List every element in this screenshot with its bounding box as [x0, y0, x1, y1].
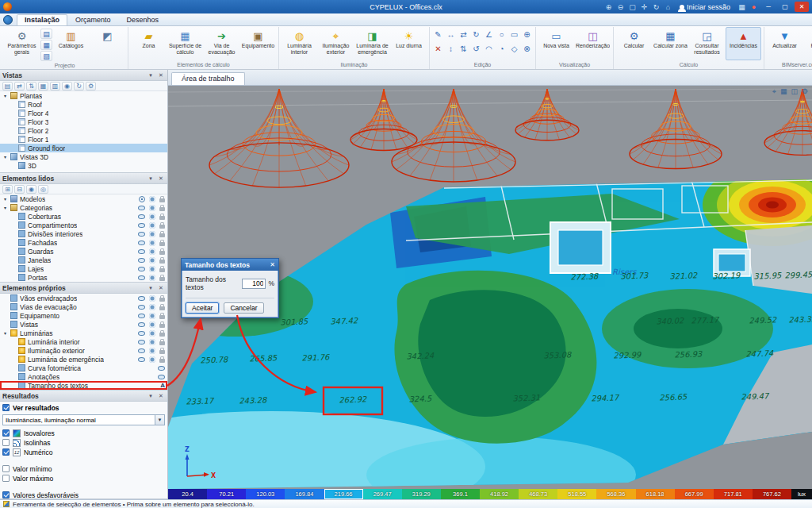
- zoom-out-icon[interactable]: ⊖: [615, 3, 626, 11]
- eye-icon[interactable]: [138, 275, 145, 280]
- signin-button[interactable]: Iniciar sessão: [676, 3, 734, 11]
- vista-item-vistas-3d[interactable]: ▾Vistas 3D: [0, 152, 167, 161]
- vista-item-floor-3[interactable]: Floor 3: [0, 117, 167, 126]
- plan-small-icon[interactable]: ▤: [40, 29, 52, 39]
- vista-item-roof[interactable]: Roof: [0, 100, 167, 109]
- proprio-item-equipamento[interactable]: Equipamento: [0, 311, 167, 320]
- gear-icon[interactable]: [149, 348, 155, 354]
- app-menu-button[interactable]: [3, 15, 13, 25]
- panel-collapse-icon[interactable]: ▾: [147, 175, 155, 182]
- ribbon-button-calcular[interactable]: ⚙Calcular: [616, 27, 652, 60]
- tile-icon[interactable]: ▦: [38, 82, 48, 90]
- eye-icon[interactable]: [138, 305, 145, 310]
- lido-item-compartimentos[interactable]: Compartimentos: [0, 221, 167, 229]
- ribbon-button-luz-diurna[interactable]: ☀Luz diurna: [391, 27, 427, 60]
- lock-icon[interactable]: [159, 315, 165, 319]
- eye-icon[interactable]: [138, 314, 145, 318]
- sync-icon[interactable]: ⇅: [26, 82, 36, 90]
- lock-icon[interactable]: [159, 260, 165, 264]
- close-button[interactable]: ✕: [795, 2, 809, 12]
- lock-icon[interactable]: [159, 359, 165, 363]
- gear-icon[interactable]: [149, 339, 155, 345]
- proprio-item-anotac-o-es[interactable]: Anotações: [0, 372, 167, 381]
- tab-orc-amento[interactable]: Orçamento: [67, 14, 119, 25]
- gear-icon[interactable]: [149, 222, 155, 229]
- gear-icon[interactable]: [149, 321, 155, 328]
- gear-icon[interactable]: [149, 313, 155, 319]
- settings-icon[interactable]: ⚙: [86, 82, 96, 90]
- expander-icon[interactable]: ▾: [2, 154, 8, 160]
- result-option-isolinhas[interactable]: Isolinhas: [2, 438, 165, 447]
- settings-icon[interactable]: ⚙: [802, 87, 808, 96]
- table-small-icon[interactable]: ▦: [40, 40, 52, 50]
- pan-icon[interactable]: ✛: [639, 3, 649, 11]
- lido-item-guardas[interactable]: Guardas: [0, 247, 167, 256]
- result-option-valores-desfavora-veis[interactable]: Valores desfavoráveis: [2, 491, 165, 499]
- home-icon[interactable]: ⌂: [663, 3, 673, 11]
- isolate-icon[interactable]: ◎: [38, 185, 48, 194]
- alerts-icon[interactable]: ●: [749, 3, 759, 11]
- grid-icon[interactable]: ▦: [780, 87, 787, 96]
- collapse-all-icon[interactable]: ⊟: [14, 185, 25, 194]
- proprio-item-curva-fotome-trica[interactable]: Curva fotométrica: [0, 364, 167, 372]
- ribbon-button-lumina-ria-de-emerge-ncia[interactable]: ◨Luminária de emergência: [354, 27, 390, 60]
- ribbon-button-item[interactable]: ◩: [90, 27, 125, 61]
- vista-item-ground-floor[interactable]: Ground floor: [0, 144, 167, 152]
- lock-icon[interactable]: [159, 233, 165, 237]
- ribbon-button-via-de-evacuac-a-o[interactable]: ➔Via de evacuação: [204, 27, 239, 60]
- result-option-isovalores[interactable]: Isovalores: [2, 429, 165, 437]
- expander-icon[interactable]: ▾: [2, 330, 8, 336]
- checkbox-valor-ma-ximo[interactable]: [2, 475, 10, 482]
- gear-icon[interactable]: [149, 240, 155, 246]
- ver-resultados-checkbox[interactable]: [2, 404, 10, 411]
- checkbox-valor-mi-nimo[interactable]: [2, 465, 10, 472]
- ribbon-button-incide-ncias[interactable]: ▲Incidências: [726, 27, 761, 60]
- eye-icon[interactable]: [138, 296, 145, 301]
- eye-icon[interactable]: [158, 366, 165, 371]
- lido-item-categorias[interactable]: ▾Categorias: [0, 203, 167, 212]
- lido-item-lajes[interactable]: Lajes: [0, 264, 167, 273]
- lock-icon[interactable]: [159, 242, 165, 246]
- insert-icon[interactable]: ⊕: [521, 29, 533, 40]
- lock-icon[interactable]: [159, 251, 165, 255]
- expand-all-icon[interactable]: ⊞: [2, 185, 13, 194]
- expander-icon[interactable]: ▾: [2, 93, 8, 98]
- lock-icon[interactable]: [159, 298, 165, 302]
- lock-icon[interactable]: [159, 198, 165, 202]
- panel-collapse-icon[interactable]: ▾: [147, 285, 155, 291]
- result-option-valor-mi-nimo[interactable]: Valor mínimo: [2, 464, 165, 473]
- close-icon[interactable]: ⊗: [521, 44, 533, 54]
- proprio-item-lumina-ria-interior[interactable]: Luminária interior: [0, 337, 167, 346]
- gear-icon[interactable]: [149, 205, 155, 211]
- gear-icon[interactable]: [149, 330, 155, 337]
- eye-icon[interactable]: [138, 241, 145, 245]
- checkbox-nume-rico[interactable]: [2, 448, 10, 456]
- lido-item-diviso-es-interiores[interactable]: Divisões interiores: [0, 229, 167, 238]
- gear-icon[interactable]: [149, 231, 155, 237]
- ribbon-button-consultar-resultados[interactable]: ◲Consultar resultados: [689, 27, 725, 60]
- panel-close-icon[interactable]: ✕: [157, 72, 165, 79]
- ribbon-button-iluminac-a-o-exterior[interactable]: ⌖Iluminação exterior: [318, 27, 354, 60]
- ribbon-button-zona[interactable]: ▰Zona: [131, 27, 167, 60]
- arc-icon[interactable]: ◠: [483, 44, 495, 54]
- gear-icon[interactable]: [149, 356, 155, 363]
- eye-icon[interactable]: [138, 357, 145, 362]
- pin-icon[interactable]: ◉: [62, 82, 72, 90]
- camera-icon[interactable]: ◫: [791, 87, 798, 96]
- ribbon-button-superfi-cie-de-ca-lculo[interactable]: ▦Superfície de cálculo: [167, 27, 203, 60]
- ribbon-button-equipamento[interactable]: ▣Equipamento: [240, 27, 276, 60]
- angle-icon[interactable]: ∠: [483, 29, 495, 40]
- workspace-tab[interactable]: Área de trabalho: [171, 72, 245, 85]
- result-type-dropdown[interactable]: Iluminâncias, iluminação normal ▼: [2, 414, 165, 425]
- gear-icon[interactable]: [149, 257, 155, 264]
- vista-item-plantas[interactable]: ▾Plantas: [0, 91, 167, 100]
- eye-icon[interactable]: [138, 214, 145, 219]
- ribbon-button-calcular-zona[interactable]: ▦Calcular zona: [653, 27, 688, 60]
- panel-close-icon[interactable]: ✕: [157, 285, 165, 291]
- mirror-icon[interactable]: ⇄: [458, 29, 469, 40]
- show-all-icon[interactable]: ◉: [26, 185, 36, 194]
- cancel-button[interactable]: Cancelar: [224, 302, 263, 314]
- lock-icon[interactable]: [159, 277, 165, 281]
- apps-icon[interactable]: ▦: [737, 3, 747, 11]
- proprio-item-lumina-ria-de-emerge-ncia[interactable]: Luminária de emergência: [0, 355, 167, 364]
